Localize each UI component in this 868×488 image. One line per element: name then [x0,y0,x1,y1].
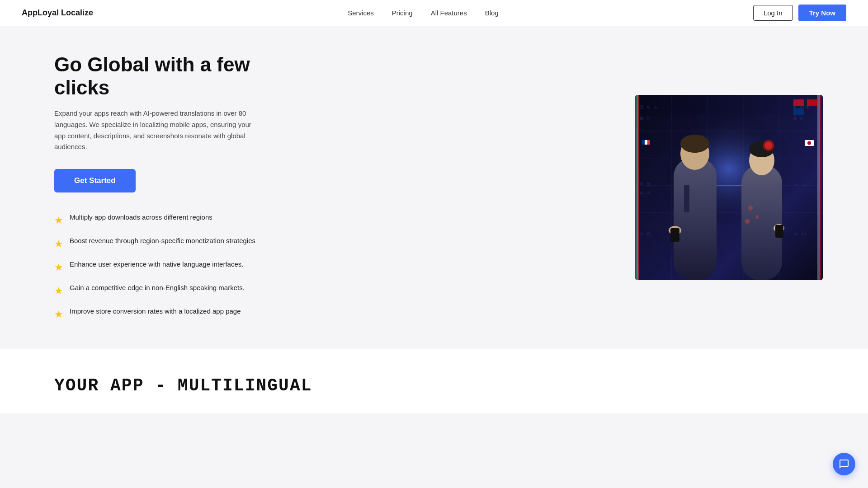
star-icon-2: ★ [54,236,63,251]
svg-text:아: 아 [640,182,644,186]
svg-rect-62 [807,99,818,106]
brand-logo[interactable]: AppLoyal Localize [22,8,93,18]
svg-rect-53 [775,225,783,238]
svg-rect-61 [793,108,804,115]
svg-text:한: 한 [646,182,651,186]
svg-text:Я: Я [793,116,796,121]
nav-pricing[interactable]: Pricing [392,9,413,17]
svg-rect-35 [647,140,650,145]
svg-rect-34 [645,140,647,145]
star-icon-3: ★ [54,260,63,275]
svg-rect-58 [820,95,821,280]
hero-description: Expand your apps reach with AI-powered t… [54,108,262,153]
nav-all-features[interactable]: All Features [431,9,467,17]
login-button[interactable]: Log In [753,5,793,21]
nav-blog[interactable]: Blog [485,9,499,17]
feature-list: ★ Multiply app downloads across differen… [54,212,307,322]
feature-text-3: Enhance user experience with native lang… [70,259,243,270]
svg-rect-38 [674,158,717,280]
chat-button[interactable] [833,453,855,475]
svg-point-49 [748,206,753,210]
svg-text:西: 西 [646,116,651,121]
star-icon-4: ★ [54,283,63,298]
svg-rect-59 [817,95,820,280]
hero-content: Go Global with a few clicks Expand your … [54,53,307,322]
hero-title: Go Global with a few clicks [54,53,307,99]
svg-text:東: 東 [640,116,644,121]
svg-point-48 [765,142,772,149]
nav-links: Services Pricing All Features Blog [348,9,498,17]
feature-item-4: ★ Gain a competitive edge in non-English… [54,283,307,298]
svg-rect-56 [637,95,638,280]
svg-rect-33 [642,140,645,145]
svg-text:δε: δε [793,231,798,236]
star-icon-5: ★ [54,307,63,322]
svg-text:天: 天 [640,231,644,236]
svg-rect-60 [793,99,804,106]
svg-text:나: 나 [640,191,644,195]
navbar: AppLoyal Localize Services Pricing All F… [0,0,868,26]
feature-item-2: ★ Boost revenue through region-specific … [54,236,307,251]
nav-actions: Log In Try Now [753,5,846,21]
svg-text:بي: بي [802,182,807,186]
multilingual-title: YOUR APP - MULTILINGUAL [54,376,814,395]
svg-text:ち: ち [646,105,651,109]
svg-rect-57 [638,95,639,280]
hero-section: Go Global with a few clicks Expand your … [0,26,868,349]
nav-services[interactable]: Services [348,9,374,17]
svg-rect-43 [670,228,679,242]
feature-item-1: ★ Multiply app downloads across differen… [54,212,307,228]
svg-text:К: К [800,116,803,121]
hero-svg-image: 証ちら 東西 ЖИД ЯК 아한 나라 عربي 天気 δεξί [635,95,823,280]
feature-text-5: Improve store conversion rates with a lo… [70,306,241,317]
svg-text:عر: عر [793,182,798,186]
star-icon-1: ★ [54,213,63,228]
hero-image: 証ちら 東西 ЖИД ЯК 아한 나라 عربي 天気 δεξί [635,95,823,280]
feature-text-4: Gain a competitive edge in non-English s… [70,283,245,293]
feature-item-3: ★ Enhance user experience with native la… [54,259,307,275]
svg-rect-41 [684,185,689,212]
multilingual-section: YOUR APP - MULTILINGUAL [0,349,868,413]
svg-text:気: 気 [646,231,651,236]
svg-text:証: 証 [640,105,644,109]
feature-item-5: ★ Improve store conversion rates with a … [54,306,307,322]
svg-text:ξί: ξί [802,231,807,236]
svg-point-51 [745,219,750,224]
feature-text-1: Multiply app downloads across different … [70,212,212,223]
feature-text-2: Boost revenue through region-specific mo… [70,236,255,246]
svg-point-37 [807,141,811,145]
svg-point-50 [755,215,759,219]
try-now-button[interactable]: Try Now [798,5,846,21]
svg-text:ら: ら [653,105,657,109]
svg-text:라: 라 [646,191,651,195]
get-started-button[interactable]: Get Started [54,169,136,192]
svg-point-40 [680,135,709,153]
chat-icon [839,459,849,469]
svg-rect-55 [635,95,637,280]
